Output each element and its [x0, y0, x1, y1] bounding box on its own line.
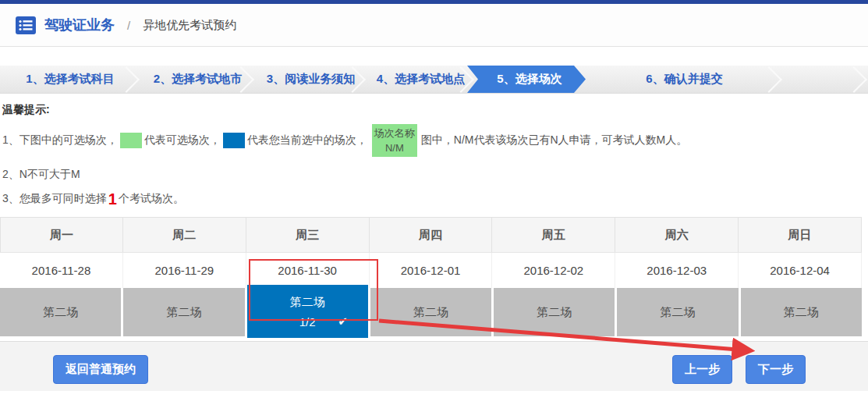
- list-icon: [16, 16, 36, 34]
- tip1-text-1: 1、下图中的可选场次，: [2, 133, 118, 147]
- tab-step-1[interactable]: 1、选择考试科目: [0, 66, 140, 93]
- tips-title: 温馨提示:: [2, 103, 866, 117]
- session-cell[interactable]: 第二场: [123, 288, 244, 336]
- tab-step-3[interactable]: 3、阅读业务须知: [255, 66, 367, 93]
- max-select-count: 1: [108, 191, 117, 207]
- date-cell: 2016-11-29: [123, 253, 246, 288]
- date-cell: 2016-11-28: [0, 253, 123, 288]
- tips-section: 温馨提示: 1、下图中的可选场次， 代表可选场次， 代表您当前选中的场次， 场次…: [0, 94, 868, 207]
- session-cell[interactable]: 第二场: [370, 288, 491, 336]
- date-cell: 2016-12-02: [492, 253, 615, 288]
- date-cell: 2016-11-30: [246, 253, 370, 288]
- selected-session-label: 第二场: [290, 295, 325, 310]
- weekday-header: 周五: [492, 218, 615, 252]
- next-step-button[interactable]: 下一步: [746, 355, 806, 384]
- date-cell: 2016-12-01: [370, 253, 493, 288]
- weekday-header: 周三: [246, 218, 370, 252]
- weekday-header: 周四: [370, 218, 493, 252]
- session-cell[interactable]: 第二场: [741, 288, 862, 336]
- weekday-header: 周二: [123, 218, 246, 252]
- session-schedule-table: 周一 周二 周三 周四 周五 周六 周日 2016-11-28 2016-11-…: [0, 217, 862, 336]
- previous-step-button[interactable]: 上一步: [672, 355, 732, 384]
- page-title: 驾驶证业务: [44, 16, 115, 34]
- date-row: 2016-11-28 2016-11-29 2016-11-30 2016-12…: [0, 253, 862, 288]
- breadcrumb-separator: /: [127, 19, 130, 32]
- footer-bar: 返回普通预约 上一步 下一步: [0, 341, 868, 391]
- weekday-header: 周一: [0, 218, 123, 252]
- tab-strip-filler: [783, 66, 868, 93]
- session-cell[interactable]: 第二场: [0, 288, 121, 336]
- back-to-normal-booking-button[interactable]: 返回普通预约: [53, 355, 148, 384]
- tab-step-4[interactable]: 4、选择考试地点: [367, 66, 475, 93]
- tab-step-5-active[interactable]: 5、选择场次: [467, 66, 586, 93]
- tip-line-3: 3、您最多可同时选择 1 个考试场次。: [2, 191, 866, 207]
- page-header: 驾驶证业务 / 异地优先考试预约: [0, 4, 868, 47]
- weekday-header-row: 周一 周二 周三 周四 周五 周六 周日: [0, 217, 862, 253]
- session-row: 第二场 第二场 第二场 1/2 ✔ 第二场 第二场 第二场 第二场: [0, 288, 862, 336]
- step-tabs: 1、选择考试科目 2、选择考试地市 3、阅读业务须知 4、选择考试地点 5、选择…: [0, 66, 868, 94]
- selected-session-ratio: 1/2: [299, 315, 316, 329]
- tip-line-2: 2、N不可大于M: [2, 168, 866, 182]
- tip3-prefix: 3、您最多可同时选择: [2, 192, 107, 206]
- tab-step-6[interactable]: 6、确认并提交: [586, 66, 783, 93]
- legend-sample-box: 场次名称 N/M: [372, 124, 417, 157]
- tip3-suffix: 个考试场次。: [119, 192, 184, 206]
- tip1-text-2: 代表可选场次，: [144, 133, 221, 147]
- selected-swatch: [223, 133, 245, 148]
- tip1-text-4: 图中，N/M代表该场次已有N人申请，可考试人数M人。: [421, 133, 687, 147]
- available-swatch: [120, 133, 142, 148]
- tip1-text-3: 代表您当前选中的场次，: [247, 133, 367, 147]
- legend-sample-ratio: N/M: [385, 140, 404, 155]
- legend-sample-title: 场次名称: [374, 126, 415, 140]
- weekday-header: 周日: [739, 218, 862, 252]
- session-cell[interactable]: 第二场: [617, 288, 738, 336]
- weekday-header: 周六: [615, 218, 739, 252]
- session-cell-selected[interactable]: 第二场 1/2 ✔: [247, 285, 368, 338]
- date-cell: 2016-12-04: [739, 253, 862, 288]
- breadcrumb: 异地优先考试预约: [143, 18, 236, 33]
- check-icon: ✔: [338, 314, 348, 329]
- session-cell[interactable]: 第二场: [494, 288, 615, 336]
- date-cell: 2016-12-03: [615, 253, 739, 288]
- tip-line-1: 1、下图中的可选场次， 代表可选场次， 代表您当前选中的场次， 场次名称 N/M…: [2, 123, 866, 158]
- tab-step-2[interactable]: 2、选择考试地市: [140, 66, 255, 93]
